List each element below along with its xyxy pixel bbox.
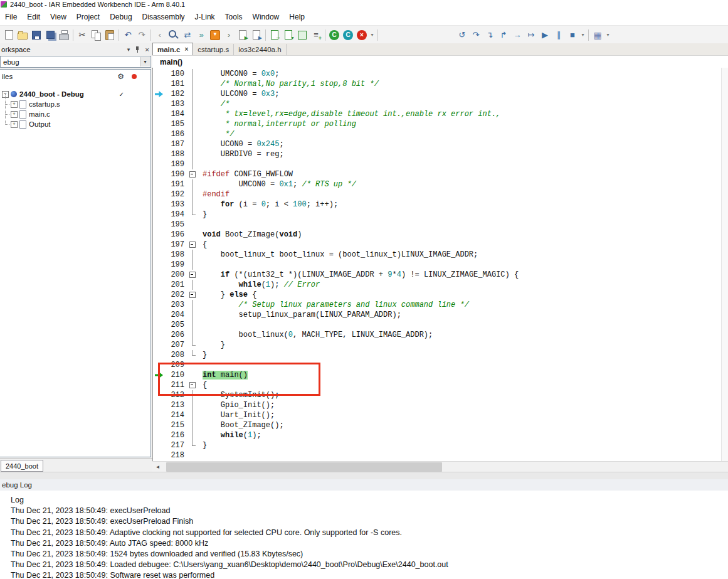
debug-log-content[interactable]: LogThu Dec 21, 2023 18:50:49: execUserPr… bbox=[0, 491, 728, 579]
breakpoint-margin[interactable] bbox=[153, 350, 166, 360]
breakpoint-margin[interactable] bbox=[153, 320, 166, 330]
code-text[interactable]: /* Setup linux parameters and linux comm… bbox=[198, 300, 469, 310]
breakpoint-margin[interactable] bbox=[153, 69, 166, 79]
breakpoint-margin[interactable] bbox=[153, 109, 166, 119]
breakpoint-margin[interactable] bbox=[153, 240, 166, 250]
workspace-tab-2440-boot[interactable]: 2440_boot bbox=[1, 460, 43, 472]
breakpoint-margin[interactable] bbox=[153, 149, 166, 159]
breakpoint-margin[interactable] bbox=[153, 410, 166, 420]
file-main-c[interactable]: +main.c bbox=[0, 109, 150, 119]
code-text[interactable]: UMCON0 = 0x1; /* RTS up */ bbox=[198, 179, 356, 189]
breakpoint-margin[interactable] bbox=[153, 290, 166, 300]
gear-icon[interactable]: ⚙ bbox=[117, 73, 124, 80]
copy-icon[interactable] bbox=[89, 28, 103, 42]
menu-item-j-link[interactable]: J-Link bbox=[190, 9, 220, 25]
code-text[interactable]: */ bbox=[198, 129, 234, 139]
batch-build-icon[interactable] bbox=[309, 28, 323, 42]
stop-build-icon[interactable]: × bbox=[357, 30, 367, 40]
cut-icon[interactable]: ✂ bbox=[75, 28, 89, 42]
combo-dropdown-icon[interactable]: ▾ bbox=[140, 57, 150, 66]
code-text[interactable]: while(1); // Error bbox=[198, 280, 320, 290]
breakpoint-margin[interactable] bbox=[153, 169, 166, 179]
menu-item-edit[interactable]: Edit bbox=[22, 9, 45, 25]
tab-main-c[interactable]: main.c× bbox=[152, 43, 193, 55]
code-text[interactable]: } bbox=[198, 210, 207, 220]
next-statement-icon[interactable]: → bbox=[510, 28, 524, 42]
breakpoint-margin[interactable] bbox=[153, 400, 166, 410]
code-text[interactable]: for (i = 0; i < 100; i++); bbox=[198, 199, 338, 210]
code-text[interactable] bbox=[198, 450, 203, 460]
code-text[interactable]: UMCON0 = 0x0; bbox=[198, 69, 279, 79]
breakpoint-margin[interactable] bbox=[153, 380, 166, 390]
file-cstartup-s[interactable]: +cstartup.s bbox=[0, 99, 150, 109]
function-bar[interactable]: main() bbox=[152, 55, 728, 68]
code-text[interactable]: void Boot_ZImage(void) bbox=[198, 230, 302, 240]
window-menu-icon[interactable]: ▾ bbox=[127, 46, 130, 53]
breakpoint-margin[interactable] bbox=[153, 300, 166, 310]
breakpoint-margin[interactable] bbox=[153, 230, 166, 240]
undo-icon[interactable]: ↶ bbox=[121, 28, 135, 42]
breakpoint-margin[interactable] bbox=[153, 139, 166, 149]
save-all-icon[interactable] bbox=[43, 28, 57, 42]
breakpoint-margin[interactable] bbox=[153, 330, 166, 340]
scrollbar-thumb[interactable] bbox=[166, 462, 442, 472]
make-icon[interactable] bbox=[282, 28, 295, 42]
project-root-2440_boot-debug[interactable]: −2440_boot - Debug✓ bbox=[0, 89, 150, 99]
breakpoint-margin[interactable] bbox=[153, 390, 166, 400]
break-icon[interactable]: ∥ bbox=[552, 28, 566, 42]
find-icon[interactable] bbox=[167, 28, 181, 42]
code-area[interactable]: 180 UMCON0 = 0x0;181 /* Normal,No parity… bbox=[153, 68, 728, 462]
fold-toggle-icon[interactable] bbox=[187, 240, 198, 250]
code-text[interactable]: Gpio_Init(); bbox=[198, 400, 275, 410]
breakpoint-margin[interactable] bbox=[153, 119, 166, 129]
code-text[interactable]: /* bbox=[198, 99, 229, 109]
code-text[interactable]: * normal,interrupt or polling bbox=[198, 119, 356, 129]
stop-debugging-icon[interactable]: ■ bbox=[566, 28, 579, 42]
navigate-backward-icon[interactable]: ‹ bbox=[153, 28, 167, 42]
compile-icon[interactable] bbox=[268, 28, 282, 42]
go-to-definition-icon[interactable]: » bbox=[194, 28, 208, 42]
breakpoint-margin[interactable] bbox=[153, 89, 166, 99]
step-over-icon[interactable]: ↷ bbox=[469, 28, 483, 42]
breakpoint-margin[interactable] bbox=[153, 450, 166, 460]
menu-item-window[interactable]: Window bbox=[248, 9, 285, 25]
configuration-combo[interactable]: ebug ▾ bbox=[0, 56, 151, 68]
download-icon[interactable] bbox=[208, 28, 222, 42]
toolbar-overflow-icon[interactable]: ▾ bbox=[579, 32, 586, 38]
code-text[interactable]: { bbox=[198, 380, 207, 390]
paste-icon[interactable] bbox=[103, 28, 117, 42]
c-stat-icon[interactable]: C bbox=[329, 30, 339, 40]
code-text[interactable]: Uart_Init(); bbox=[198, 410, 275, 420]
breakpoint-margin[interactable] bbox=[153, 430, 166, 440]
breakpoint-margin[interactable] bbox=[153, 360, 166, 370]
code-text[interactable]: * tx=level,rx=edge,disable timeout int.,… bbox=[198, 109, 500, 119]
code-text[interactable]: Boot_ZImage(); bbox=[198, 420, 284, 430]
code-text[interactable]: int main() bbox=[198, 370, 248, 380]
scroll-left-icon[interactable]: ◄ bbox=[152, 462, 163, 472]
breakpoint-margin[interactable] bbox=[153, 310, 166, 320]
code-text[interactable]: boot_linux(0, MACH_TYPE, LINUX_IMAGE_ADD… bbox=[198, 330, 433, 340]
breakpoint-margin[interactable] bbox=[153, 420, 166, 430]
code-text[interactable]: } bbox=[198, 350, 207, 360]
c-run-icon[interactable]: C bbox=[343, 30, 353, 40]
fold-toggle-icon[interactable] bbox=[187, 270, 198, 280]
group-output[interactable]: +Output bbox=[0, 119, 150, 129]
breakpoint-margin[interactable] bbox=[153, 270, 166, 280]
find-next-icon[interactable]: ⇄ bbox=[181, 28, 194, 42]
breakpoint-margin[interactable] bbox=[153, 159, 166, 169]
code-text[interactable]: } else { bbox=[198, 290, 256, 300]
tab-cstartup-s[interactable]: cstartup.s bbox=[193, 44, 234, 55]
navigate-forward-icon[interactable]: › bbox=[222, 28, 236, 42]
horizontal-scrollbar[interactable]: ◄ bbox=[152, 461, 728, 472]
code-text[interactable]: SystemInit(); bbox=[198, 390, 279, 400]
expand-icon[interactable]: + bbox=[11, 101, 18, 108]
new-document-icon[interactable] bbox=[2, 28, 16, 42]
breakpoint-margin[interactable] bbox=[153, 440, 166, 450]
menu-item-tools[interactable]: Tools bbox=[220, 9, 248, 25]
redo-icon[interactable]: ↷ bbox=[135, 28, 149, 42]
fold-toggle-icon[interactable] bbox=[187, 380, 198, 390]
menu-item-file[interactable]: File bbox=[0, 9, 22, 25]
code-text[interactable]: #ifdef CONFIG_HWFLOW bbox=[198, 169, 293, 179]
breakpoint-margin[interactable] bbox=[153, 220, 166, 230]
breakpoint-margin[interactable] bbox=[153, 179, 166, 189]
